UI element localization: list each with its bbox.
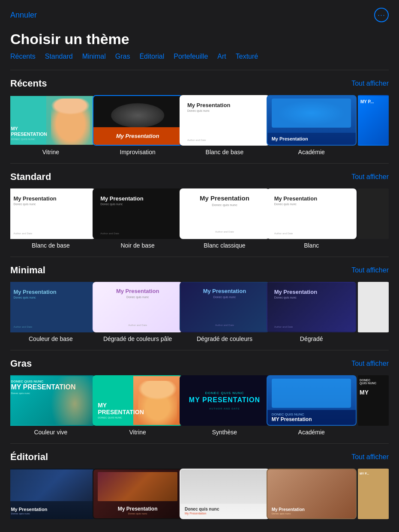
- thumb-couleur-vive-gras: Donec quis nunc MY PRESENTATION Donec qu…: [10, 375, 96, 426]
- theme-label: Académie: [298, 429, 325, 436]
- thumb-partial-editorial: MY P...: [358, 469, 389, 519]
- section-recents: Récents Tout afficher MYPRESENTATION Don…: [0, 70, 399, 160]
- section-header-standard: Standard Tout afficher: [10, 171, 389, 182]
- theme-label: Dégradé: [300, 335, 323, 342]
- tab-standard[interactable]: Standard: [45, 53, 73, 60]
- section-title-gras: Gras: [10, 358, 32, 369]
- section-title-editorial: Éditorial: [10, 451, 48, 463]
- tab-portefeuille[interactable]: Portefeuille: [174, 53, 208, 60]
- see-all-recents[interactable]: Tout afficher: [351, 80, 389, 87]
- theme-card-editorial-1[interactable]: My Presentation Donec quis nunc: [10, 469, 91, 522]
- theme-card-vitrine-gras[interactable]: MYPRESENTATION Donec quis nunc Vitrine: [97, 375, 178, 436]
- theme-card-couleur-base-min[interactable]: My Presentation Donec quis nunc Author a…: [10, 282, 91, 342]
- thumb-couleur-base-min: My Presentation Donec quis nunc Author a…: [10, 282, 96, 332]
- see-all-minimal[interactable]: Tout afficher: [351, 266, 389, 274]
- theme-card-noir-std[interactable]: My Presentation Donec quis nunc Author a…: [97, 188, 178, 249]
- thumb-vitrine-gras: MYPRESENTATION Donec quis nunc: [93, 375, 183, 426]
- theme-label: Dégradé de couleurs: [197, 335, 252, 342]
- thumb-academie-gras: Donec quis nunc MY Presentation: [267, 375, 357, 426]
- theme-card-academie-gras[interactable]: Donec quis nunc MY Presentation Académie: [271, 375, 352, 436]
- thumb-editorial-3: Donec quis nunc My Presentation: [180, 469, 270, 519]
- section-title-standard: Standard: [10, 171, 51, 182]
- more-button[interactable]: ···: [374, 8, 389, 22]
- section-header-gras: Gras Tout afficher: [10, 358, 389, 369]
- tab-minimal[interactable]: Minimal: [82, 53, 106, 60]
- theme-card-partial-standard: [358, 188, 389, 249]
- thumb-academie-recent: My Presentation: [267, 95, 357, 146]
- tab-art[interactable]: Art: [217, 53, 226, 60]
- thumb-degrade-min: My Presentation Donec quis nunc Author a…: [267, 282, 357, 332]
- thumb-noir-std: My Presentation Donec quis nunc Author a…: [93, 188, 183, 239]
- thumb-editorial-4: My Presentation Donec quis nunc: [267, 469, 357, 519]
- thumb-editorial-2: My Presentation Donec quis nunc: [93, 469, 183, 519]
- theme-card-blanc-base-recent[interactable]: My Presentation Donec quis nunc Author a…: [184, 95, 265, 155]
- thumb-improv-recent: My Presentation: [93, 95, 183, 146]
- tab-editorial[interactable]: Éditorial: [139, 53, 164, 60]
- theme-card-partial-recents: MY P...: [358, 95, 389, 155]
- section-gras: Gras Tout afficher Donec quis nunc MY PR…: [0, 350, 399, 440]
- theme-card-editorial-4[interactable]: My Presentation Donec quis nunc: [271, 469, 352, 522]
- theme-card-editorial-3[interactable]: Donec quis nunc My Presentation: [184, 469, 265, 522]
- theme-card-synthese-gras[interactable]: Donec quis nunc MY PRESENTATION Author a…: [184, 375, 265, 436]
- thumb-degrade-pale-min: My Presentation Donec quis nunc Author a…: [93, 282, 183, 332]
- thumb-partial-min: [358, 282, 389, 332]
- section-editorial: Éditorial Tout afficher My Presentation …: [0, 444, 399, 526]
- tab-recents[interactable]: Récents: [10, 53, 36, 60]
- see-all-gras[interactable]: Tout afficher: [351, 360, 389, 368]
- thumb-degrade-couleurs-min: My Presentation Donec quis nunc Author a…: [180, 282, 270, 332]
- theme-card-improv-recent[interactable]: My Presentation Improvisation: [97, 95, 178, 155]
- theme-label: Blanc: [304, 242, 319, 249]
- theme-label: Couleur de base: [29, 335, 73, 342]
- cancel-button[interactable]: Annuler: [10, 11, 37, 20]
- theme-label: Dégradé de couleurs pâle: [103, 335, 172, 342]
- theme-label: Noir de base: [120, 242, 154, 249]
- thumb-blanc-std: My Presentation Donec quis nunc Author a…: [267, 188, 357, 239]
- theme-card-degrade-min[interactable]: My Presentation Donec quis nunc Author a…: [271, 282, 352, 342]
- thumb-editorial-1: My Presentation Donec quis nunc: [10, 469, 96, 519]
- theme-label: Vitrine: [42, 149, 59, 155]
- header: Annuler ···: [0, 0, 399, 27]
- theme-label: Blanc de base: [32, 242, 70, 249]
- theme-card-partial-minimal: [358, 282, 389, 342]
- theme-card-editorial-2[interactable]: My Presentation Donec quis nunc: [97, 469, 178, 522]
- theme-card-academie-recent[interactable]: My Presentation Académie: [271, 95, 352, 155]
- thumb-blanc-base-recent: My Presentation Donec quis nunc Author a…: [180, 95, 270, 146]
- section-minimal: Minimal Tout afficher My Presentation Do…: [0, 257, 399, 347]
- thumb-blanc-base-std: My Presentation Donec quis nunc Author a…: [10, 188, 96, 239]
- theme-label: Couleur vive: [34, 429, 67, 436]
- tab-gras[interactable]: Gras: [115, 53, 130, 60]
- theme-card-blanc-base-std[interactable]: My Presentation Donec quis nunc Author a…: [10, 188, 91, 249]
- theme-card-vitrine-recent[interactable]: MYPRESENTATION Donec quis nunc Vitrine: [10, 95, 91, 155]
- theme-row-minimal: My Presentation Donec quis nunc Author a…: [10, 282, 389, 342]
- thumb-partial-gras: DONECquis nunc MY: [358, 375, 389, 426]
- theme-card-degrade-couleurs-min[interactable]: My Presentation Donec quis nunc Author a…: [184, 282, 265, 342]
- theme-card-partial-editorial: MY P...: [358, 469, 389, 522]
- page-title: Choisir un thème: [0, 27, 399, 53]
- thumb-partial: MY P...: [358, 95, 389, 146]
- thumb-synthese-gras: Donec quis nunc MY PRESENTATION Author a…: [180, 375, 270, 426]
- see-all-editorial[interactable]: Tout afficher: [351, 453, 389, 461]
- section-header-editorial: Éditorial Tout afficher: [10, 451, 389, 463]
- section-standard: Standard Tout afficher My Presentation D…: [0, 164, 399, 253]
- theme-label: Académie: [298, 149, 325, 155]
- nav-tabs: Récents Standard Minimal Gras Éditorial …: [0, 53, 399, 66]
- section-header-recents: Récents Tout afficher: [10, 78, 389, 89]
- section-title-minimal: Minimal: [10, 265, 45, 276]
- theme-card-blanc-std[interactable]: My Presentation Donec quis nunc Author a…: [271, 188, 352, 249]
- theme-label: Blanc classique: [204, 242, 245, 249]
- theme-row-editorial: My Presentation Donec quis nunc My Prese…: [10, 469, 389, 522]
- theme-label: Blanc de base: [206, 149, 244, 155]
- see-all-standard[interactable]: Tout afficher: [351, 173, 389, 181]
- theme-card-blanc-classique-std[interactable]: My Presentation Donec quis nunc Author a…: [184, 188, 265, 249]
- theme-card-couleur-vive-gras[interactable]: Donec quis nunc MY PRESENTATION Donec qu…: [10, 375, 91, 436]
- theme-label: Synthèse: [212, 429, 237, 436]
- theme-row-standard: My Presentation Donec quis nunc Author a…: [10, 188, 389, 249]
- section-header-minimal: Minimal Tout afficher: [10, 265, 389, 276]
- theme-label: Improvisation: [120, 149, 156, 155]
- tab-texture[interactable]: Texturé: [236, 53, 258, 60]
- theme-row-recents: MYPRESENTATION Donec quis nunc Vitrine M…: [10, 95, 389, 155]
- thumb-blanc-classique-std: My Presentation Donec quis nunc Author a…: [180, 188, 270, 239]
- theme-card-degrade-pale-min[interactable]: My Presentation Donec quis nunc Author a…: [97, 282, 178, 342]
- theme-label: Vitrine: [129, 429, 146, 436]
- theme-row-gras: Donec quis nunc MY PRESENTATION Donec qu…: [10, 375, 389, 436]
